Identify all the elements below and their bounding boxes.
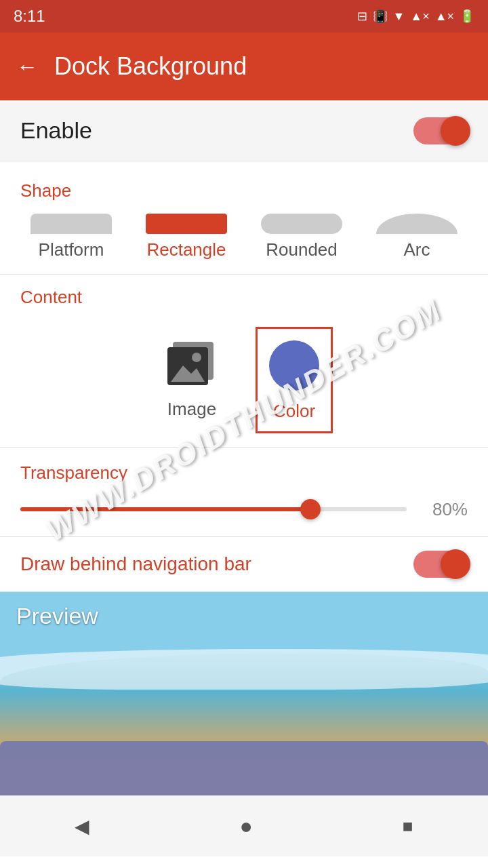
shape-label-rectangle: Rectangle xyxy=(146,239,226,260)
shape-label-arc: Arc xyxy=(404,239,430,260)
content-label-image: Image xyxy=(167,399,216,420)
color-icon xyxy=(267,338,321,393)
nav-recent-button[interactable]: ■ xyxy=(403,816,413,837)
nav-home-button[interactable]: ● xyxy=(239,814,252,839)
draw-nav-toggle-knob xyxy=(441,549,470,579)
content-color[interactable]: Color xyxy=(256,327,333,433)
shape-label-platform: Platform xyxy=(39,239,104,260)
wifi-icon: ▼ xyxy=(393,9,405,24)
draw-nav-row: Draw behind navigation bar xyxy=(0,537,488,591)
slider-track xyxy=(20,507,407,511)
shape-rounded[interactable]: Rounded xyxy=(261,214,342,260)
nav-back-icon: ◀ xyxy=(75,815,89,837)
status-bar: 8:11 ⊟ 📳 ▼ ▲× ▲× 🔋 xyxy=(0,0,488,33)
image-svg xyxy=(171,351,205,382)
dock-preview-area xyxy=(0,741,488,795)
svg-point-1 xyxy=(192,353,201,362)
nav-back-button[interactable]: ◀ xyxy=(75,815,89,837)
status-time: 8:11 xyxy=(14,7,45,26)
shape-section: Shape Platform Rectangle Rounded Arc xyxy=(0,161,488,274)
shape-preview-rectangle xyxy=(146,214,227,234)
enable-label: Enable xyxy=(20,117,92,144)
transparency-section-label: Transparency xyxy=(0,450,488,489)
back-button[interactable]: ← xyxy=(16,54,38,79)
content-section: Content Image xyxy=(0,275,488,447)
shape-preview-rounded xyxy=(261,214,342,234)
nav-recent-icon: ■ xyxy=(403,816,413,837)
draw-nav-toggle[interactable] xyxy=(413,551,468,578)
transparency-section: Transparency 80% xyxy=(0,448,488,536)
shape-platform[interactable]: Platform xyxy=(30,214,112,260)
battery-icon: 🔋 xyxy=(460,9,474,24)
image-icon-bg xyxy=(167,342,216,385)
color-circle xyxy=(269,340,319,391)
enable-toggle[interactable] xyxy=(413,117,468,144)
toggle-knob xyxy=(441,116,470,146)
status-icons: ⊟ 📳 ▼ ▲× ▲× 🔋 xyxy=(357,9,474,24)
draw-nav-label: Draw behind navigation bar xyxy=(20,553,251,575)
shape-rectangle[interactable]: Rectangle xyxy=(146,214,227,260)
app-bar: ← Dock Background xyxy=(0,33,488,100)
preview-section: Preview xyxy=(0,592,488,795)
shape-label-rounded: Rounded xyxy=(266,239,338,260)
shape-section-label: Shape xyxy=(0,168,488,207)
content-options: Image Color xyxy=(0,313,488,440)
shape-preview-platform xyxy=(30,214,112,234)
shape-arc[interactable]: Arc xyxy=(376,214,458,260)
content-image[interactable]: Image xyxy=(155,327,228,429)
enable-row: Enable xyxy=(0,100,488,161)
app-bar-title: Dock Background xyxy=(54,52,247,81)
nav-home-icon: ● xyxy=(239,814,252,839)
slider-row: 80% xyxy=(0,489,488,530)
wave-foam xyxy=(0,649,488,690)
signal2-icon: ▲× xyxy=(435,9,454,24)
content-section-label: Content xyxy=(0,275,488,313)
slider-value: 80% xyxy=(420,499,468,520)
nav-bar: ◀ ● ■ xyxy=(0,795,488,856)
slider-thumb[interactable] xyxy=(300,499,321,519)
slider-container[interactable] xyxy=(20,496,407,523)
shape-options: Platform Rectangle Rounded Arc xyxy=(0,207,488,267)
preview-label: Preview xyxy=(16,603,98,629)
image-icon-front xyxy=(167,347,208,385)
slider-fill xyxy=(20,507,310,511)
msg-icon: ⊟ xyxy=(357,9,367,24)
image-icon xyxy=(165,336,219,391)
vibrate-icon: 📳 xyxy=(373,9,388,24)
signal1-icon: ▲× xyxy=(410,9,429,24)
content-label-color: Color xyxy=(273,401,315,422)
shape-preview-arc xyxy=(376,214,458,234)
